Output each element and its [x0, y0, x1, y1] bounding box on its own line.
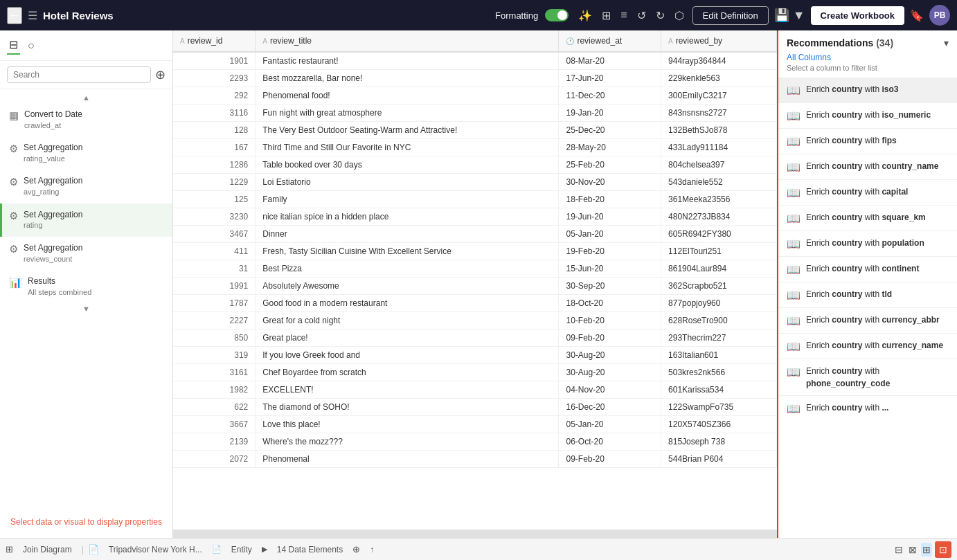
rec-item-7[interactable]: 📖 Enrich country with continent	[778, 256, 957, 282]
sheet-tab[interactable]: Tripadvisor New York H...	[103, 543, 208, 557]
cell-reviewed_by: 480N2273JB834	[661, 208, 777, 226]
cell-reviewed_by: 163Italian601	[661, 347, 777, 364]
table-row: 1991Absolutely Awesome30-Sep-20362Scrapb…	[173, 278, 777, 295]
rec-item-0[interactable]: 📖 Enrich country with iso3	[778, 78, 957, 102]
upload-button[interactable]: ↑	[364, 543, 379, 557]
sidebar-steps-icon[interactable]: ⊟	[7, 36, 20, 55]
cell-reviewed_at: 16-Dec-20	[559, 399, 661, 416]
step-item-results[interactable]: 📊 Results All steps combined	[0, 270, 172, 303]
rec-item-book-icon: 📖	[787, 109, 801, 123]
add-step-button[interactable]: ⊕	[155, 67, 166, 82]
formatting-label: Formatting	[495, 10, 538, 21]
sidebar-steps-list: ▲ ▦ Convert to Date crawled_at ⚙ Set Agg…	[0, 89, 172, 506]
col-header-reviewed-at[interactable]: 🕐reviewed_at	[559, 30, 661, 52]
cell-reviewed_by: 628RoseTro900	[661, 312, 777, 329]
back-button[interactable]: ←	[7, 7, 22, 24]
rec-item-text: Enrich country with tld	[806, 288, 892, 300]
sidebar-columns-icon[interactable]: ○	[26, 37, 37, 54]
bookmark-button[interactable]: 🔖	[910, 9, 924, 22]
formatting-toggle[interactable]	[545, 9, 569, 21]
step-item-agg-reviews-count[interactable]: ⚙ Set Aggregation reviews_count	[0, 237, 172, 270]
cell-reviewed_by: 877popjoy960	[661, 295, 777, 312]
search-input[interactable]	[7, 66, 151, 83]
col-header-reviewed-by[interactable]: Areviewed_by	[661, 30, 777, 52]
list-button[interactable]: ≡	[618, 6, 629, 24]
step-sub-agg-rating: rating	[24, 220, 82, 231]
sidebar-search-area: ⊕	[0, 61, 172, 89]
view-btn-3[interactable]: ⊞	[921, 543, 932, 557]
cell-review_title: Great for a cold night	[256, 312, 559, 329]
rec-item-1[interactable]: 📖 Enrich country with iso_numeric	[778, 102, 957, 128]
cell-review_id: 1982	[173, 381, 256, 399]
rec-filter-all-columns[interactable]: All Columns	[787, 53, 949, 62]
cell-reviewed_at: 30-Nov-20	[559, 174, 661, 191]
rec-item-book-icon: 📖	[787, 314, 801, 327]
save-button[interactable]: 💾 ▼	[774, 8, 805, 23]
cell-review_title: Best Pizza	[256, 260, 559, 278]
table-row: 1787Good food in a modern restaurant18-O…	[173, 295, 777, 312]
scroll-down-button[interactable]: ▼	[0, 303, 172, 314]
data-table-wrap[interactable]: Areview_id Areview_title 🕐reviewed_at Ar…	[173, 30, 777, 530]
cell-reviewed_at: 25-Feb-20	[559, 156, 661, 174]
table-row: 31Best Pizza15-Jun-20861904Laur894	[173, 260, 777, 278]
step-sub-agg-rating-value: rating_value	[24, 154, 82, 164]
rec-item-text: Enrich country with iso3	[806, 83, 898, 96]
table-row: 1901Fantastic restaurant!08-Mar-20944ray…	[173, 52, 777, 70]
cell-review_id: 1991	[173, 278, 256, 295]
cell-reviewed_by: 861904Laur894	[661, 260, 777, 278]
cell-reviewed_by: 543daniele552	[661, 174, 777, 191]
create-workbook-button[interactable]: Create Workbook	[811, 6, 904, 25]
rec-item-3[interactable]: 📖 Enrich country with country_name	[778, 154, 957, 179]
col-header-review-title[interactable]: Areview_title	[256, 30, 559, 52]
cell-review_id: 2072	[173, 451, 256, 468]
step-item-agg-rating[interactable]: ⚙ Set Aggregation rating	[0, 204, 172, 237]
view-btn-1[interactable]: ⊟	[893, 543, 904, 557]
data-elements-tab[interactable]: 14 Data Elements	[271, 543, 348, 557]
rec-item-4[interactable]: 📖 Enrich country with capital	[778, 179, 957, 205]
step-item-agg-avg-rating[interactable]: ⚙ Set Aggregation avg_rating	[0, 170, 172, 203]
grid-button[interactable]: ⊞	[599, 6, 614, 25]
edit-definition-button[interactable]: Edit Definition	[692, 6, 769, 25]
rec-item-10[interactable]: 📖 Enrich country with currency_name	[778, 333, 957, 359]
rec-item-12[interactable]: 📖 Enrich country with ...	[778, 395, 957, 421]
scroll-up-button[interactable]: ▲	[0, 92, 172, 103]
cell-reviewed_at: 11-Dec-20	[559, 87, 661, 105]
recommendations-title: Recommendations (34)	[787, 37, 893, 48]
share-button[interactable]: ⬡	[672, 6, 687, 25]
rec-item-11[interactable]: 📖 Enrich country with phone_country_code	[778, 359, 957, 395]
table-row: 1286Table booked over 30 days25-Feb-2080…	[173, 156, 777, 174]
horizontal-scrollbar[interactable]	[173, 530, 777, 538]
step-name-convert-date: Convert to Date	[24, 109, 82, 120]
step-item-convert-date[interactable]: ▦ Convert to Date crawled_at	[0, 103, 172, 136]
rec-item-book-icon: 📖	[787, 135, 801, 148]
cell-review_title: Family	[256, 191, 559, 208]
cell-reviewed_at: 15-Jun-20	[559, 260, 661, 278]
cell-review_title: The diamond of SOHO!	[256, 399, 559, 416]
step-item-agg-rating-value[interactable]: ⚙ Set Aggregation rating_value	[0, 136, 172, 170]
cell-reviewed_by: 132BethSJo878	[661, 122, 777, 139]
rec-item-book-icon: 📖	[787, 237, 801, 251]
table-row: 3467Dinner05-Jan-20605R6942FY380	[173, 226, 777, 243]
cell-review_title: Fresh, Tasty Sicilian Cuisine With Excel…	[256, 243, 559, 260]
join-diagram-tab[interactable]: Join Diagram	[17, 543, 78, 557]
recommendations-chevron[interactable]: ▾	[944, 37, 949, 48]
cell-reviewed_by: 112ElTouri251	[661, 243, 777, 260]
avatar[interactable]: PB	[929, 5, 950, 26]
magic-wand-button[interactable]: ✨	[575, 6, 595, 25]
view-btn-4[interactable]: ⊡	[938, 543, 949, 557]
undo-button[interactable]: ↺	[634, 6, 649, 25]
col-header-review-id[interactable]: Areview_id	[173, 30, 256, 52]
cell-review_id: 622	[173, 399, 256, 416]
rec-item-2[interactable]: 📖 Enrich country with fips	[778, 128, 957, 154]
redo-button[interactable]: ↻	[653, 6, 668, 25]
cell-review_title: Loi Estiatorio	[256, 174, 559, 191]
rec-item-9[interactable]: 📖 Enrich country with currency_abbr	[778, 307, 957, 333]
cell-review_id: 1286	[173, 156, 256, 174]
rec-item-6[interactable]: 📖 Enrich country with population	[778, 231, 957, 256]
cell-reviewed_at: 09-Feb-20	[559, 329, 661, 347]
view-btn-2[interactable]: ⊠	[907, 543, 918, 557]
rec-item-5[interactable]: 📖 Enrich country with square_km	[778, 205, 957, 231]
rec-item-8[interactable]: 📖 Enrich country with tld	[778, 282, 957, 307]
cell-review_id: 2293	[173, 70, 256, 87]
cell-review_id: 3116	[173, 105, 256, 122]
